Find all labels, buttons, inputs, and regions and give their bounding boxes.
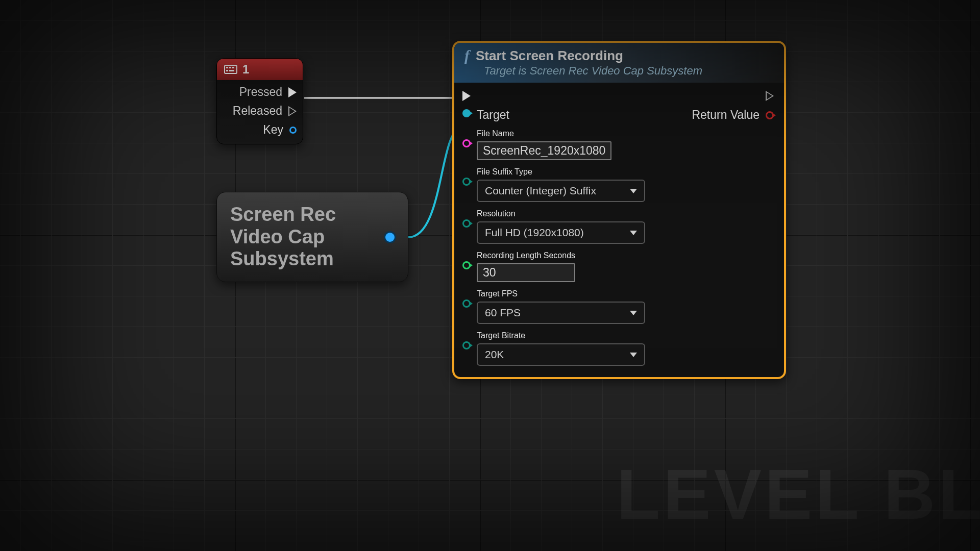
target-bitrate-pin[interactable] [462, 341, 471, 349]
exec-pin-pressed[interactable] [288, 87, 297, 97]
fn-subtitle: Target is Screen Rec Video Cap Subsystem [464, 64, 774, 78]
return-value-pin[interactable] [766, 111, 774, 119]
file-suffix-type-select[interactable]: Counter (Integer) Suffix [477, 180, 645, 202]
subsystem-output-pin[interactable] [385, 233, 395, 242]
chevron-down-icon [630, 189, 637, 193]
file-suffix-type-pin[interactable] [462, 178, 471, 186]
target-fps-select[interactable]: 60 FPS [477, 302, 645, 324]
file-suffix-type-label: File Suffix Type [477, 167, 645, 177]
released-label: Released [233, 104, 282, 118]
recording-length-pin[interactable] [462, 261, 471, 269]
param-recording-length: Recording Length Seconds 30 [462, 251, 659, 282]
file-name-input[interactable]: ScreenRec_1920x1080 [477, 141, 611, 160]
function-icon: f [464, 47, 470, 64]
exec-out-row [766, 91, 774, 101]
pressed-label: Pressed [239, 85, 282, 99]
fn-title: Start Screen Recording [476, 48, 623, 64]
file-suffix-type-value: Counter (Integer) Suffix [485, 185, 596, 197]
target-bitrate-label: Target Bitrate [477, 331, 645, 340]
target-bitrate-value: 20K [485, 348, 504, 361]
subsystem-label-line2: Video Cap [230, 226, 325, 247]
target-fps-pin[interactable] [462, 299, 471, 308]
start-screen-recording-node[interactable]: f Start Screen Recording Target is Scree… [452, 41, 786, 379]
keyboard-icon [224, 65, 237, 74]
param-target-fps: Target FPS 60 FPS [462, 289, 659, 324]
param-file-suffix-type: File Suffix Type Counter (Integer) Suffi… [462, 167, 659, 202]
recording-length-label: Recording Length Seconds [477, 251, 575, 260]
return-value-label: Return Value [692, 108, 760, 122]
chevron-down-icon [630, 353, 637, 357]
target-label: Target [477, 108, 509, 122]
exec-out-pin[interactable] [766, 91, 774, 101]
input-event-key-number: 1 [242, 62, 249, 77]
target-fps-label: Target FPS [477, 289, 645, 298]
key-output-pin[interactable] [289, 127, 297, 134]
return-value-row: Return Value [692, 108, 774, 122]
target-fps-value: 60 FPS [485, 307, 521, 319]
target-bitrate-select[interactable]: 20K [477, 343, 645, 366]
key-label: Key [263, 123, 283, 137]
chevron-down-icon [630, 311, 637, 315]
input-event-node-1[interactable]: 1 Pressed Released Key [216, 58, 303, 144]
file-name-pin[interactable] [462, 139, 471, 147]
param-resolution: Resolution Full HD (980x551) [462, 209, 659, 244]
recording-length-input[interactable]: 30 [477, 263, 575, 282]
chevron-down-icon [630, 231, 637, 235]
subsystem-getter-node[interactable]: Screen Rec Video Cap Subsystem [216, 192, 408, 282]
resolution-select[interactable]: Full HD (980x551) [477, 221, 645, 244]
input-event-title: 1 [217, 59, 303, 80]
resolution-label: Resolution [477, 209, 645, 218]
exec-pin-released[interactable] [288, 106, 297, 116]
key-output-row: Key [217, 118, 303, 137]
fn-header: f Start Screen Recording Target is Scree… [454, 43, 784, 83]
subsystem-label-line3: Subsystem [230, 248, 334, 269]
resolution-pin[interactable] [462, 219, 471, 228]
param-target: Target [462, 108, 659, 122]
exec-in-pin[interactable] [462, 91, 471, 101]
file-name-label: File Name [477, 129, 611, 138]
param-file-name: File Name ScreenRec_1920x1080 [462, 129, 659, 160]
resolution-value: Full HD (980x551) [485, 227, 584, 239]
exec-pin-released-row: Released [217, 99, 303, 118]
exec-in-row [462, 91, 659, 101]
target-pin[interactable] [462, 109, 471, 117]
subsystem-label: Screen Rec Video Cap Subsystem [230, 204, 336, 270]
param-target-bitrate: Target Bitrate 20K [462, 331, 659, 366]
subsystem-label-line1: Screen Rec [230, 204, 336, 225]
exec-pin-pressed-row: Pressed [217, 80, 303, 99]
